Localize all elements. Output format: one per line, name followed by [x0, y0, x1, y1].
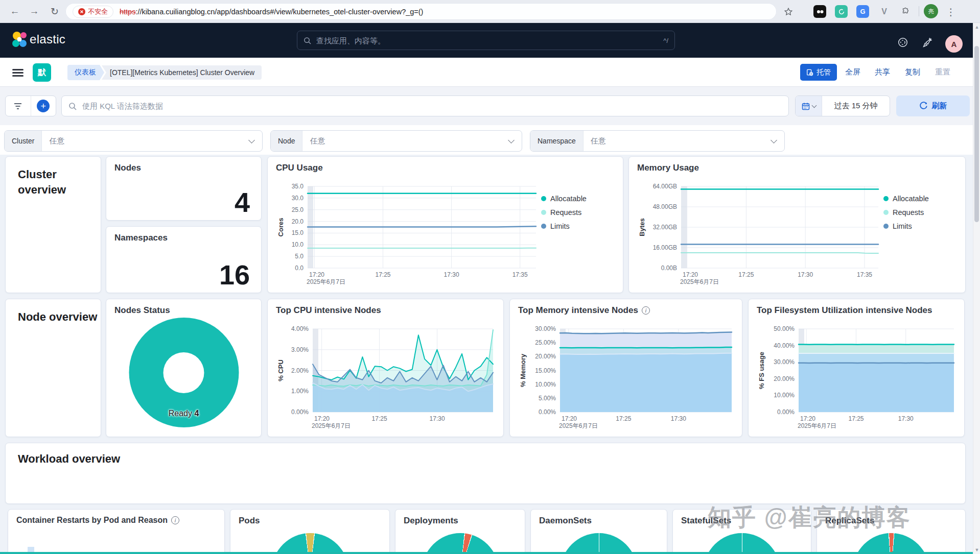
add-filter-button[interactable]: +: [31, 96, 56, 116]
profile-avatar[interactable]: 亮: [924, 4, 938, 18]
info-icon[interactable]: i: [171, 516, 179, 524]
svg-text:48.00GB: 48.00GB: [653, 203, 677, 210]
svg-text:17:25: 17:25: [738, 271, 754, 278]
address-bar[interactable]: 不安全 https://kibana.cuiliangblog.cn/app/d…: [65, 3, 777, 20]
back-icon[interactable]: ←: [7, 4, 22, 19]
info-icon[interactable]: i: [642, 306, 650, 315]
svg-text:2025年6月7日: 2025年6月7日: [798, 422, 836, 429]
top-cpu-nodes-panel: Top CPU intensive Nodes 4.00%3.00%2.00%1…: [267, 299, 504, 437]
browser-menu-icon[interactable]: ⋮: [943, 4, 959, 19]
control-node[interactable]: Node 任意: [270, 130, 522, 152]
cpu-usage-chart[interactable]: 35.030.025.020.015.010.05.00.017:202025年…: [275, 179, 541, 290]
pods-pie-panel: Pods: [230, 509, 390, 554]
svg-text:30.0: 30.0: [292, 195, 304, 202]
svg-text:Cores: Cores: [277, 218, 285, 237]
managed-button[interactable]: 托管: [800, 64, 837, 81]
daemonsets-pie-chart[interactable]: [561, 533, 637, 554]
extension-dark-reader-icon[interactable]: [813, 5, 826, 18]
chevron-down-icon: [771, 137, 777, 143]
elastic-logo[interactable]: [11, 31, 28, 49]
legend-item[interactable]: Allocatable: [883, 195, 960, 203]
duplicate-button[interactable]: 复制: [905, 67, 920, 77]
security-badge[interactable]: 不安全: [73, 6, 113, 18]
share-button[interactable]: 共享: [875, 67, 890, 77]
global-search-input[interactable]: [315, 36, 663, 45]
svg-text:15.0: 15.0: [292, 229, 304, 236]
extension-loop-icon[interactable]: [835, 5, 848, 18]
refresh-button[interactable]: 刷新: [896, 95, 970, 116]
legend-item[interactable]: Limits: [541, 222, 618, 230]
svg-text:% CPU: % CPU: [277, 359, 285, 381]
pods-pie-chart[interactable]: [272, 533, 348, 554]
dashboard-controls-row: Cluster 任意 Node 任意 Namespace 任意: [0, 125, 980, 155]
svg-text:20.00%: 20.00%: [774, 375, 795, 382]
svg-text:2025年6月7日: 2025年6月7日: [559, 422, 598, 429]
scrollbar[interactable]: ▲ ▼: [973, 23, 980, 554]
control-value: 任意: [584, 136, 772, 146]
bottom-teal-strip: [0, 552, 980, 554]
legend-item[interactable]: Requests: [883, 208, 960, 216]
top-filesystem-nodes-panel: Top Filesystem Utilization intensive Nod…: [748, 299, 965, 437]
url-rest: ://kibana.cuiliangblog.cn/app/dashboards…: [135, 8, 423, 16]
elastic-header: elastic ^/ A: [0, 23, 980, 58]
namespaces-count: 16: [219, 259, 250, 291]
forward-icon[interactable]: →: [27, 4, 42, 19]
reset-button[interactable]: 重置: [935, 67, 950, 77]
control-namespace[interactable]: Namespace 任意: [530, 130, 785, 152]
toolbar-divider: [919, 6, 919, 16]
kql-input[interactable]: [81, 101, 782, 111]
svg-text:17:30: 17:30: [671, 415, 686, 422]
brand-name[interactable]: elastic: [30, 32, 65, 46]
statefulsets-pie-chart[interactable]: [704, 533, 780, 554]
replicasets-pie-chart[interactable]: [853, 533, 929, 554]
svg-text:2.00%: 2.00%: [291, 367, 309, 374]
extensions-puzzle-icon[interactable]: [899, 5, 912, 18]
filter-controls: +: [5, 95, 56, 116]
managed-icon: [806, 69, 813, 76]
global-search[interactable]: ^/: [297, 31, 675, 50]
date-picker-button[interactable]: [796, 96, 822, 116]
svg-text:10.00%: 10.00%: [535, 381, 556, 388]
panel-title: Container Restarts by Pod and Reason: [16, 516, 168, 525]
control-label: Namespace: [530, 131, 584, 151]
space-badge[interactable]: 默: [33, 63, 51, 82]
svg-text:17:30: 17:30: [430, 415, 445, 422]
menu-hamburger-icon[interactable]: [12, 69, 24, 77]
memory-usage-chart[interactable]: 64.00GB48.00GB32.00GB16.00GB0.00B17:2020…: [636, 179, 883, 290]
legend-item[interactable]: Allocatable: [541, 195, 618, 203]
bookmark-star-icon[interactable]: [781, 4, 796, 19]
url-scheme: https: [120, 8, 135, 16]
url-text[interactable]: https://kibana.cuiliangblog.cn/app/dashb…: [120, 8, 423, 16]
reload-icon[interactable]: ↻: [47, 4, 62, 19]
control-cluster[interactable]: Cluster 任意: [4, 130, 263, 152]
filter-menu-button[interactable]: [6, 96, 31, 116]
scroll-down-icon[interactable]: ▼: [973, 547, 980, 552]
top-filesystem-nodes-chart[interactable]: 50.00%40.00%30.00%20.00%10.00%0.00%17:20…: [756, 322, 959, 433]
time-range-value[interactable]: 过去 15 分钟: [822, 101, 890, 111]
svg-text:17:20: 17:20: [683, 271, 698, 278]
kql-search-bar[interactable]: [61, 95, 789, 116]
breadcrumb-dashboards[interactable]: 仪表板: [67, 65, 104, 80]
svg-text:0.00B: 0.00B: [661, 264, 677, 272]
user-avatar[interactable]: A: [945, 35, 963, 53]
top-cpu-nodes-chart[interactable]: 4.00%3.00%2.00%1.00%0.00%17:202025年6月7日1…: [275, 322, 498, 433]
svg-text:17:35: 17:35: [512, 271, 528, 278]
cpu-usage-panel: CPU Usage 35.030.025.020.015.010.05.00.0…: [267, 156, 623, 293]
svg-text:10.0: 10.0: [292, 241, 304, 248]
deployments-pie-chart[interactable]: [422, 533, 499, 554]
legend-item[interactable]: Requests: [541, 208, 618, 216]
svg-text:0.00%: 0.00%: [777, 408, 795, 416]
svg-text:17:20: 17:20: [309, 271, 324, 278]
legend-item[interactable]: Limits: [883, 222, 960, 230]
fullscreen-button[interactable]: 全屏: [845, 67, 860, 77]
news-party-icon[interactable]: [922, 37, 933, 48]
scroll-up-icon[interactable]: ▲: [973, 25, 980, 30]
extension-translate-icon[interactable]: G: [856, 5, 869, 18]
scrollbar-thumb[interactable]: [974, 46, 979, 222]
top-memory-nodes-chart[interactable]: 30.00%25.00%20.00%15.00%10.00%5.00%0.00%…: [517, 322, 737, 433]
deployments-pie-panel: Deployments: [395, 509, 525, 554]
extension-v-icon[interactable]: V: [878, 5, 891, 18]
svg-text:17:20: 17:20: [800, 415, 815, 422]
refresh-icon: [919, 102, 928, 110]
help-icon[interactable]: [897, 37, 908, 48]
